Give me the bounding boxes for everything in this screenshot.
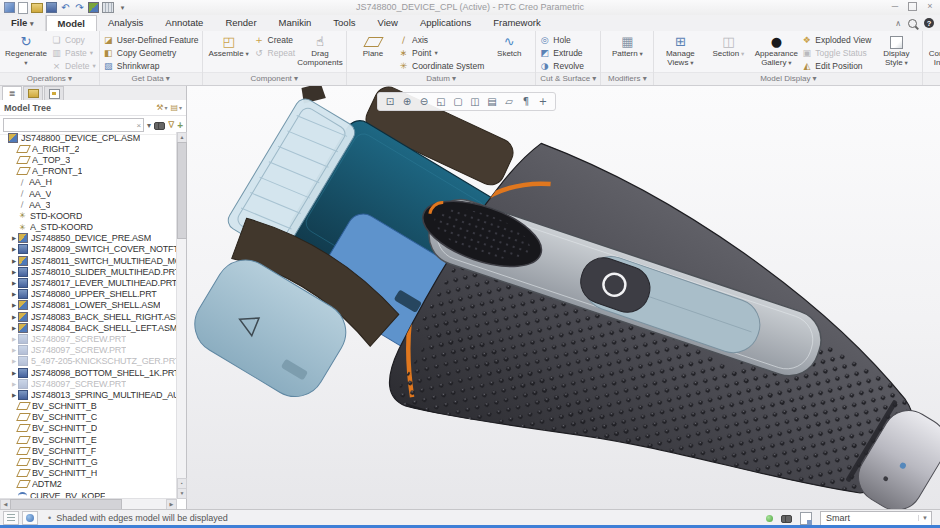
folder-browser-tab-icon[interactable] <box>23 86 43 100</box>
tab-applications[interactable]: Applications <box>409 15 482 31</box>
find-icon[interactable] <box>154 122 165 129</box>
drag-components-button[interactable]: ☝Drag Components <box>297 33 343 67</box>
tree-item[interactable]: A_FRONT_1 <box>0 166 177 177</box>
pattern-button[interactable]: ▦Pattern ▾ <box>604 33 650 59</box>
search-input[interactable]: × <box>3 118 144 132</box>
user-defined-feature-button[interactable]: ◪User-Defined Feature <box>103 34 199 46</box>
group-label[interactable]: Model Intent ▾ <box>923 72 940 85</box>
open-file-icon[interactable] <box>31 3 43 13</box>
add-filter-icon[interactable]: + <box>177 120 183 131</box>
tree-item[interactable]: ▶JS748084_BACK_SHELL_LEFT.ASM <box>0 322 177 333</box>
extrude-button[interactable]: ◩Extrude <box>539 47 584 59</box>
point-button[interactable]: ∗Point▾ <box>398 47 484 59</box>
shrinkwrap-button[interactable]: ▨Shrinkwrap <box>103 60 199 72</box>
tree-item[interactable]: ▶JS748011_SWITCH_MULTIHEAD_MONT.ASM <box>0 255 177 266</box>
tree-item[interactable]: ✳STD-KOORD <box>0 210 177 221</box>
display-style-button[interactable]: Display Style ▾ <box>873 33 919 67</box>
tab-manikin[interactable]: Manikin <box>268 15 323 31</box>
tree-item[interactable]: ▶JS748009_SWITCH_COVER_NOTFTOOL.PRT <box>0 244 177 255</box>
coordinate-system-button[interactable]: ✳Coordinate System <box>398 60 484 72</box>
tree-columns-icon[interactable]: ▤ <box>170 103 178 112</box>
window-views-icon[interactable] <box>102 2 114 13</box>
tree-item[interactable]: BV_SCHNITT_B <box>0 401 177 412</box>
selection-filter-dropdown[interactable]: Smart▼ <box>820 511 932 526</box>
tab-annotate[interactable]: Annotate <box>154 15 214 31</box>
tree-item[interactable]: ▶JS748097_SCREW.PRT <box>0 378 177 389</box>
tree-item[interactable]: ▶JS748081_LOWER_SHELL.ASM <box>0 300 177 311</box>
plane-button[interactable]: Plane <box>350 33 396 59</box>
tree-item[interactable]: A_RIGHT_2 <box>0 143 177 154</box>
tree-item[interactable]: ▶JS748017_LEVER_MULTIHEAD.PRT <box>0 277 177 288</box>
restore-icon[interactable] <box>908 2 917 11</box>
browser-toggle-icon[interactable] <box>22 511 38 525</box>
tab-tools[interactable]: Tools <box>322 15 366 31</box>
hole-button[interactable]: ◎Hole <box>539 34 584 46</box>
regenerate-quick-icon[interactable] <box>88 2 99 13</box>
tree-item[interactable]: BV_SCHNITT_E <box>0 434 177 445</box>
toggle-status-button[interactable]: ▣Toggle Status <box>801 47 871 59</box>
tab-framework[interactable]: Framework <box>482 15 552 31</box>
zoom-in-icon[interactable]: ⊕ <box>399 96 415 107</box>
tree-item[interactable]: ▶JS748097_SCREW.PRT <box>0 333 177 344</box>
tree-item[interactable]: ▶JS748013_SPRING_MULTIHEAD_AUS.PRT <box>0 389 177 400</box>
sketch-button[interactable]: ∿Sketch <box>486 33 532 59</box>
tree-item[interactable]: ▶JS748097_SCREW.PRT <box>0 345 177 356</box>
delete-button[interactable]: ×Delete▾ <box>51 60 96 72</box>
help-icon[interactable]: ? <box>924 18 934 28</box>
file-menu-button[interactable]: File ▾ <box>0 15 46 31</box>
repeat-button[interactable]: ↺Repeat <box>254 47 295 59</box>
axis-button[interactable]: ∕Axis <box>398 34 484 46</box>
scrollbar-thumb[interactable] <box>177 142 187 239</box>
command-search-icon[interactable] <box>908 19 917 28</box>
group-label[interactable]: Datum ▾ <box>347 72 535 85</box>
spin-center-icon[interactable]: + <box>535 96 551 107</box>
tree-item[interactable]: BV_SCHNITT_F <box>0 445 177 456</box>
tree-item[interactable]: BV_SCHNITT_D <box>0 423 177 434</box>
tree-vertical-scrollbar[interactable]: ▲ ▪ ▼ <box>176 132 186 499</box>
component-interface-button[interactable]: ◳Component Interface <box>926 33 940 67</box>
edit-position-button[interactable]: ◭Edit Position <box>801 60 871 72</box>
group-label[interactable]: Model Display ▾ <box>654 72 922 85</box>
repaint-icon[interactable]: ▢ <box>450 96 466 107</box>
tree-item[interactable]: ∕AA_H <box>0 177 177 188</box>
minimize-icon[interactable]: ─ <box>890 1 900 11</box>
group-label[interactable]: Get Data ▾ <box>100 72 202 85</box>
group-label[interactable]: Cut & Surface ▾ <box>536 72 600 85</box>
save-icon[interactable] <box>46 2 57 13</box>
create-button[interactable]: +Create <box>254 34 295 46</box>
section-button[interactable]: ◫Section ▾ <box>705 33 751 59</box>
tree-item[interactable]: A_TOP_3 <box>0 154 177 165</box>
customize-caret-icon[interactable]: ▾ <box>117 3 128 13</box>
zoom-region-icon[interactable]: ⊡ <box>382 96 398 107</box>
exploded-view-button[interactable]: ❖Exploded View <box>801 34 871 46</box>
saved-orientations-icon[interactable]: ▤ <box>484 96 500 107</box>
new-file-icon[interactable] <box>18 2 28 14</box>
appearance-gallery-button[interactable]: ●Appearance Gallery ▾ <box>753 33 799 67</box>
tree-item[interactable]: ∕AA_3 <box>0 199 177 210</box>
favorites-tab-icon[interactable] <box>44 86 64 100</box>
group-label[interactable]: Modifiers ▾ <box>601 72 653 85</box>
tree-item[interactable]: ▶JS748083_BACK_SHELL_RIGHT.ASM <box>0 311 177 322</box>
tree-item[interactable]: ✳A_STD-KOORD <box>0 222 177 233</box>
graphics-area[interactable]: ⊡⊕⊖◱▢◫▤▱¶+ <box>187 86 940 509</box>
datum-display-filters-icon[interactable]: ▱ <box>501 96 517 107</box>
copy-button[interactable]: ❏Copy <box>51 34 96 46</box>
model-tree-toggle-icon[interactable] <box>3 511 19 525</box>
tree-item[interactable]: ▶JS748098_BOTTOM_SHELL_1K.PRT <box>0 367 177 378</box>
search-model-icon[interactable] <box>781 515 792 522</box>
tree-item[interactable]: ▶JS748010_SLIDER_MULTIHEAD.PRT <box>0 266 177 277</box>
tree-settings-icon[interactable]: ⚒ <box>156 103 163 112</box>
tree-item[interactable]: BV_SCHNITT_C <box>0 412 177 423</box>
group-label[interactable]: Component ▾ <box>203 72 346 85</box>
redo-icon[interactable]: ↷ <box>74 3 85 13</box>
close-icon[interactable]: × <box>925 1 935 11</box>
tree-horizontal-scrollbar[interactable]: ◀ ▶ <box>0 498 177 509</box>
manage-views-button[interactable]: ⊞Manage Views ▾ <box>657 33 703 67</box>
dropdown-caret-icon[interactable]: ▾ <box>147 121 151 130</box>
zoom-out-icon[interactable]: ⊖ <box>416 96 432 107</box>
display-style-icon[interactable]: ◫ <box>467 96 483 107</box>
creo-window-icon[interactable] <box>4 2 15 13</box>
tree-item[interactable]: ∕AA_V <box>0 188 177 199</box>
undo-icon[interactable]: ↶ <box>60 3 71 13</box>
revolve-button[interactable]: ◑Revolve <box>539 60 584 72</box>
